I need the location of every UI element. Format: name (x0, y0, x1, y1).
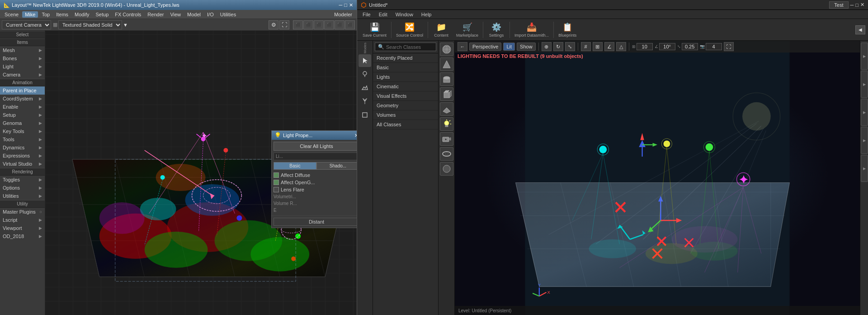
sidebar-item-enable[interactable]: Enable ▶ (0, 103, 45, 111)
category-recently-placed[interactable]: Recently Placed (373, 53, 438, 63)
sidebar-item-tools[interactable]: Tools ▶ (0, 135, 45, 143)
sidebar-item-parent-in-place[interactable]: Parent in Place (0, 86, 45, 95)
sidebar-item-bones[interactable]: Bones ▶ (0, 54, 45, 62)
toolbar-marketplace-btn[interactable]: 🛒 Marketplace (453, 20, 481, 39)
vp-snap-btn[interactable]: ⊞ (593, 42, 603, 51)
lw-menu-fxcontrols[interactable]: FX Controls (112, 11, 144, 18)
asset-thumb-light[interactable] (440, 117, 453, 131)
settings-icon[interactable]: ⚙ (269, 20, 278, 29)
lw-menu-scene[interactable]: Scene (2, 11, 21, 18)
sidebar-item-od2018[interactable]: OD_2018 ▶ (0, 232, 45, 240)
vp-maximize-btn[interactable]: ⛶ (724, 42, 734, 51)
vp-surface-btn[interactable]: △ (616, 42, 626, 51)
toolbar-blueprints-btn[interactable]: 📋 Blueprints (556, 20, 579, 39)
right-panel-btn-5[interactable]: ▶ (861, 155, 868, 182)
lw-ctrl-btn-3[interactable]: ⬛ (314, 20, 324, 29)
lw-maximize-btn[interactable]: □ (344, 2, 347, 8)
lw-menu-setup[interactable]: Setup (93, 11, 112, 18)
sidebar-item-genoma[interactable]: Genoma ▶ (0, 119, 45, 127)
mode-btn-geometry[interactable] (359, 109, 371, 121)
clear-all-lights-btn[interactable]: Clear All Lights (274, 142, 357, 151)
lw-menu-mike[interactable]: Mike (22, 11, 38, 18)
sidebar-item-light[interactable]: Light ▶ (0, 62, 45, 71)
vp-rotate-btn[interactable]: ↻ (553, 42, 563, 51)
asset-thumb-cube[interactable] (440, 87, 453, 101)
lw-minimize-btn[interactable]: ─ (339, 2, 343, 8)
lw-ctrl-btn-5[interactable]: ⬛ (335, 20, 344, 29)
asset-thumb-sphere-outline[interactable] (440, 162, 453, 176)
toolbar-source-control-btn[interactable]: 🔀 Source Control (393, 20, 426, 39)
asset-thumb-cylinder[interactable] (440, 72, 453, 86)
sidebar-item-setup[interactable]: Setup ▶ (0, 111, 45, 119)
lw-ctrl-btn-2[interactable]: ⬛ (303, 20, 313, 29)
camera-speed-field[interactable] (706, 43, 722, 50)
category-lights[interactable]: Lights (373, 72, 438, 82)
angle-size-field[interactable] (659, 43, 675, 50)
camera-select[interactable]: Current Camera (2, 20, 51, 29)
category-cinematic[interactable]: Cinematic (373, 82, 438, 91)
ue-close-btn[interactable]: ✕ (860, 2, 864, 8)
toolbar-arrow-btn[interactable]: ◀ (855, 25, 865, 34)
toolbar-import-btn[interactable]: 📥 Import Datasmith... (512, 20, 552, 39)
sidebar-item-viewport[interactable]: Viewport ▶ (0, 224, 45, 232)
lw-menu-render[interactable]: Render (145, 11, 166, 18)
sidebar-item-camera[interactable]: Camera ▶ (0, 71, 45, 79)
right-panel-btn-1[interactable]: ▶ (861, 43, 868, 70)
category-geometry[interactable]: Geometry (373, 101, 438, 110)
sidebar-item-expressions[interactable]: Expressions ▶ (0, 152, 45, 160)
ue-menu-help[interactable]: Help (418, 11, 435, 18)
affect-diffuse-checkbox[interactable] (274, 172, 279, 178)
toolbar-save-btn[interactable]: 💾 Save Current (360, 20, 389, 39)
asset-thumb-cone[interactable] (440, 57, 453, 71)
lw-close-btn[interactable]: ✕ (349, 2, 353, 8)
lw-menu-utilities[interactable]: Utilities (217, 11, 239, 18)
mode-btn-foliage[interactable] (359, 95, 371, 108)
vp-grid-btn[interactable]: # (581, 42, 591, 51)
sidebar-item-dynamics[interactable]: Dynamics ▶ (0, 143, 45, 152)
vp-move-icon[interactable]: ← (458, 42, 467, 51)
sidebar-item-mesh[interactable]: Mesh ▶ (0, 46, 45, 54)
sidebar-item-virtual-studio[interactable]: Virtual Studio ▶ (0, 160, 45, 168)
sidebar-item-utilities[interactable]: Utilities ▶ (0, 192, 45, 200)
sidebar-item-options[interactable]: Options ▶ (0, 184, 45, 192)
ue-minimize-btn[interactable]: ─ (850, 2, 854, 8)
ue-menu-window[interactable]: Window (392, 11, 417, 18)
lw-menu-view[interactable]: View (167, 11, 184, 18)
sidebar-item-toggles[interactable]: Toggles ▶ (0, 176, 45, 184)
lw-menu-items[interactable]: Items (53, 11, 71, 18)
lw-menu-model[interactable]: Model (184, 11, 203, 18)
ue-viewport[interactable]: ← Perspective Lit Show ⊕ ↻ ⤡ # ⊞ ∠ △ ⊞ (455, 41, 860, 315)
expand-icon[interactable]: ⛶ (279, 20, 289, 29)
mode-btn-landscape[interactable] (359, 81, 371, 94)
vp-show-btn[interactable]: Show (517, 43, 536, 51)
lw-menu-io[interactable]: I/O (204, 11, 217, 18)
category-visual-effects[interactable]: Visual Effects (373, 91, 438, 101)
distant-label[interactable]: Distant (274, 218, 357, 226)
asset-thumb-torus[interactable] (440, 147, 453, 161)
asset-thumb-sphere[interactable] (440, 43, 453, 56)
popup-tab-basic[interactable]: Basic (274, 162, 316, 170)
lw-menu-top[interactable]: Top (39, 11, 52, 18)
category-basic[interactable]: Basic (373, 63, 438, 72)
lw-menu-modify[interactable]: Modify (72, 11, 92, 18)
vp-perspective-btn[interactable]: Perspective (469, 43, 501, 51)
scale-size-field[interactable] (682, 43, 698, 50)
sidebar-item-key-tools[interactable]: Key Tools ▶ (0, 127, 45, 135)
popup-tab-shadow[interactable]: Shado... (316, 162, 357, 170)
mode-btn-paint[interactable] (359, 68, 371, 81)
category-volumes[interactable]: Volumes (373, 110, 438, 120)
ue-menu-file[interactable]: File (359, 11, 374, 18)
mode-btn-select[interactable] (359, 54, 371, 67)
render-mode-select[interactable]: Textured Shaded Solid (58, 20, 122, 29)
lw-viewport[interactable]: ✦ (45, 31, 357, 315)
popup-close-btn[interactable]: ✕ (354, 133, 357, 138)
sidebar-item-master-plugins[interactable]: Master Plugins ○ (0, 208, 45, 216)
grid-size-field[interactable] (637, 43, 653, 50)
lw-ctrl-btn-6[interactable]: ⬛ (345, 20, 355, 29)
right-panel-btn-4[interactable]: ▶ (861, 127, 868, 154)
lw-ctrl-btn-1[interactable]: ⬛ (293, 20, 303, 29)
vp-translate-btn[interactable]: ⊕ (542, 42, 552, 51)
toolbar-settings-btn[interactable]: ⚙️ Settings (485, 20, 508, 39)
asset-thumb-plane[interactable] (440, 102, 453, 116)
lens-flare-checkbox[interactable] (274, 187, 279, 192)
